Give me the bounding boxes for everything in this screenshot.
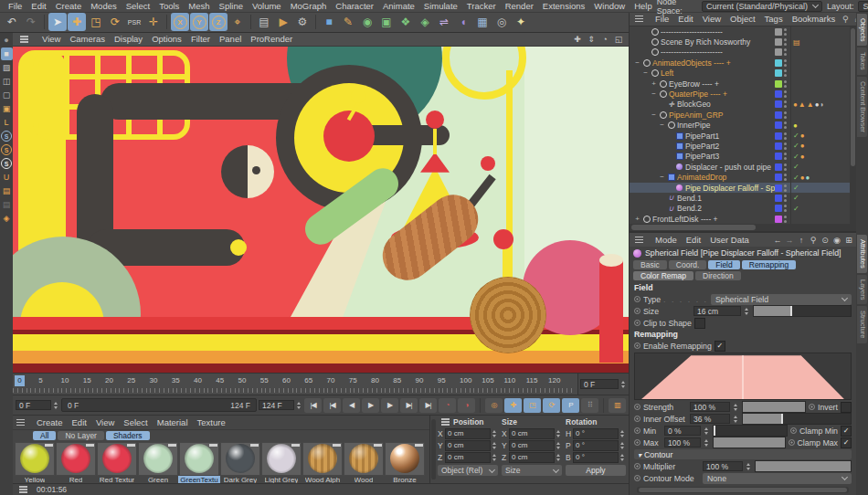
layer-color-swatch[interactable] (775, 48, 782, 56)
prev-key-icon[interactable]: |◀ (323, 398, 341, 413)
viewport-menu-cameras[interactable]: Cameras (65, 34, 110, 44)
rotation-b-stepper[interactable] (619, 453, 626, 462)
visibility-dots-icon[interactable] (784, 111, 788, 119)
main-menu-modes[interactable]: Modes (86, 1, 122, 11)
layer-color-swatch[interactable] (775, 90, 782, 98)
main-menu-help[interactable]: Help (630, 1, 657, 11)
main-menu-tracker[interactable]: Tracker (462, 1, 501, 11)
light-icon[interactable]: ✦ (512, 13, 530, 31)
am-menu-mode[interactable]: Mode (651, 235, 682, 245)
object-tag-icon[interactable]: ✓ (793, 132, 799, 140)
main-menu-file[interactable]: File (4, 1, 26, 11)
anim-dot-icon[interactable] (634, 320, 640, 326)
make-editable-icon[interactable]: ■ (1, 47, 13, 60)
layer-color-swatch[interactable] (775, 195, 782, 202)
max-slider[interactable] (713, 437, 786, 448)
position-x-field[interactable]: 0 cm (445, 428, 491, 439)
anim-dot-icon[interactable] (634, 416, 640, 422)
hamburger-icon[interactable] (635, 18, 643, 20)
up-icon[interactable]: ↑ (796, 235, 807, 246)
attr-tab-direction[interactable]: Direction (695, 271, 741, 280)
expander-icon[interactable]: + (633, 216, 641, 223)
keyframe-selection-icon[interactable]: ◎ (485, 398, 503, 413)
main-menu-volume[interactable]: Volume (248, 1, 286, 11)
expander-icon[interactable]: − (641, 69, 650, 77)
object-tag-icon[interactable]: ● (800, 153, 805, 161)
material-thumbnail[interactable] (220, 442, 260, 475)
attr-tab-coord[interactable]: Coord. (669, 260, 707, 269)
object-row-pipe-displacer-falloff-spherical-field[interactable]: Pipe Displacer Falloff - Spherical Field… (630, 183, 850, 193)
attr-tab-basic[interactable]: Basic (633, 260, 667, 269)
layer-color-swatch[interactable] (775, 28, 782, 36)
layer-color-swatch[interactable] (775, 174, 782, 181)
model-mode-icon[interactable]: ▨ (1, 61, 13, 74)
main-menu-extensions[interactable]: Extensions (538, 1, 589, 11)
expander-icon[interactable]: − (633, 59, 641, 67)
visibility-dots-icon[interactable] (784, 184, 788, 192)
visibility-dots-icon[interactable] (784, 163, 788, 171)
y-axis-icon[interactable]: Y (190, 13, 208, 31)
hamburger-icon[interactable] (16, 422, 25, 424)
main-menu-window[interactable]: Window (589, 1, 630, 11)
scale-icon[interactable]: ◳ (87, 13, 105, 31)
anim-dot-icon[interactable] (634, 427, 640, 434)
multiplier-slider[interactable] (755, 460, 852, 472)
object-row-bend-2[interactable]: ∪Bend.2✓ (630, 204, 850, 214)
start-frame-field[interactable]: 0 F (16, 400, 51, 410)
panel-tab-objects[interactable]: Objects (857, 14, 867, 46)
snap-magnet-icon[interactable]: U (1, 171, 13, 184)
anim-dot-icon[interactable] (634, 463, 640, 469)
material-green[interactable]: Green (138, 442, 178, 483)
node-space-select[interactable]: Current (Standard/Physical) (702, 1, 822, 12)
material-wood[interactable]: Wood (344, 442, 384, 483)
expander-icon[interactable]: − (658, 174, 666, 181)
inner-offset-slider[interactable] (742, 413, 852, 425)
visibility-dots-icon[interactable] (784, 48, 788, 56)
panel-tab-takes[interactable]: Takes (857, 47, 867, 75)
position-x-stepper[interactable] (492, 429, 498, 438)
forward-icon[interactable]: → (784, 235, 795, 246)
anim-dot-icon[interactable] (790, 427, 797, 434)
max-stepper[interactable] (704, 438, 710, 448)
visibility-dots-icon[interactable] (784, 153, 788, 160)
anim-dot-icon[interactable] (634, 404, 640, 410)
object-tag-icon[interactable]: ● (800, 132, 805, 140)
layer-color-swatch[interactable] (775, 100, 782, 108)
history-icon[interactable]: ◉ (831, 235, 842, 246)
object-tag-icon[interactable]: ▤ (793, 38, 800, 47)
object-tag-icon[interactable]: ✓ (793, 153, 799, 161)
lock-workplane-icon[interactable]: ▤ (1, 198, 13, 211)
next-key-icon[interactable]: ▶| (400, 398, 418, 413)
volume-builder-icon[interactable]: ▣ (377, 13, 396, 31)
viewport-menu-display[interactable]: Display (110, 34, 147, 44)
field-type-select[interactable]: Spherical Field (711, 294, 852, 305)
size-field[interactable]: 16 cm (693, 306, 741, 316)
max-field[interactable]: 100 % (664, 437, 701, 448)
redo-icon[interactable]: ↷ (22, 13, 40, 31)
rotation-p-stepper[interactable] (619, 441, 626, 450)
tree-horizontal-scrollbar[interactable] (630, 224, 856, 231)
end-frame-field[interactable]: 124 F (259, 400, 294, 410)
render-settings-icon[interactable]: ⚙ (293, 13, 312, 31)
attr-tab-field[interactable]: Field (708, 260, 739, 269)
search-icon[interactable]: ⚲ (808, 235, 819, 246)
viewport-menu-options[interactable]: Options (147, 34, 186, 44)
material-menu-texture[interactable]: Texture (193, 417, 230, 427)
main-menu-character[interactable]: Character (331, 1, 378, 11)
strength-slider[interactable] (742, 401, 806, 413)
material-menu-view[interactable]: View (91, 417, 119, 427)
orbit-icon[interactable]: ◔ (598, 34, 611, 45)
am-menu-user-data[interactable]: User Data (705, 235, 754, 245)
object-tag-icon[interactable]: ● (815, 100, 820, 109)
visibility-dots-icon[interactable] (784, 28, 788, 36)
object-row-innerpipe[interactable]: −InnerPipe● (630, 121, 850, 131)
size-x-stepper[interactable] (556, 429, 562, 438)
toggle-views-icon[interactable]: ◱ (612, 34, 625, 45)
visibility-dots-icon[interactable] (784, 121, 788, 129)
anim-dot-icon[interactable] (634, 475, 640, 481)
layer-color-swatch[interactable] (775, 132, 782, 140)
texture-mode-icon[interactable]: ◫ (1, 75, 13, 88)
strength-field[interactable]: 100 % (690, 402, 730, 412)
expander-icon[interactable]: − (650, 90, 658, 98)
object-tag-icon[interactable]: ◗ (820, 100, 825, 109)
